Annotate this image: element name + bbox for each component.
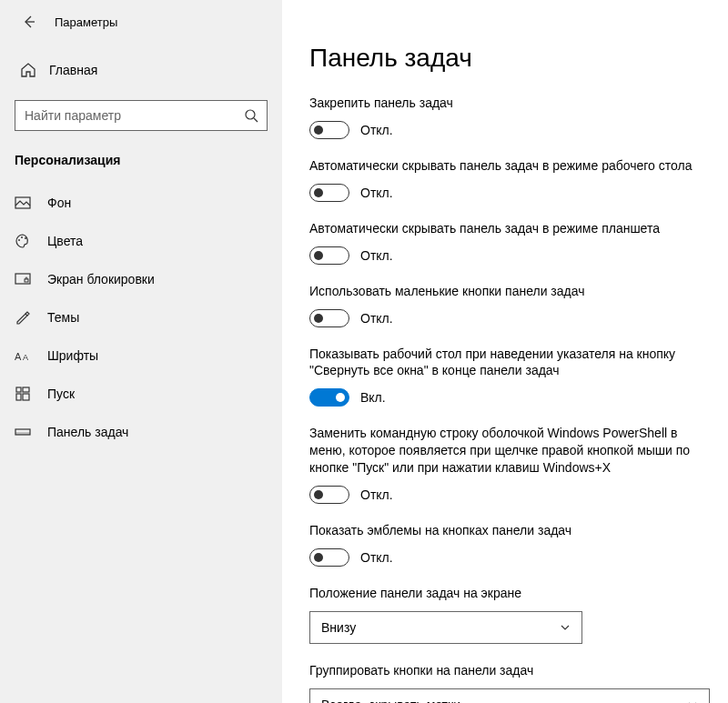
picture-icon bbox=[15, 195, 31, 211]
toggle-switch[interactable] bbox=[309, 548, 349, 567]
toggle-state-label: Откл. bbox=[360, 123, 393, 137]
sidebar-item-themes[interactable]: Темы bbox=[0, 298, 282, 336]
back-arrow-icon bbox=[22, 15, 36, 29]
toggle-row: Откл. bbox=[309, 548, 710, 567]
dropdown-value: Внизу bbox=[321, 620, 356, 635]
setting-label: Показывать рабочий стол при наведении ук… bbox=[309, 346, 710, 380]
grouping-dropdown[interactable]: Всегда, скрывать метки bbox=[309, 688, 710, 703]
setting-label: Положение панели задач на экране bbox=[309, 585, 710, 602]
search-icon bbox=[244, 108, 258, 123]
svg-rect-12 bbox=[23, 394, 29, 400]
svg-point-0 bbox=[246, 110, 255, 119]
toggle-row: Откл. bbox=[309, 121, 710, 139]
sidebar-item-lockscreen[interactable]: Экран блокировки bbox=[0, 260, 282, 298]
setting-position: Положение панели задач на экране Внизу bbox=[309, 585, 710, 644]
setting-label: Показать эмблемы на кнопках панели задач bbox=[309, 522, 710, 539]
search-input[interactable] bbox=[15, 100, 268, 131]
toggle-state-label: Откл. bbox=[360, 550, 393, 565]
toggle-knob bbox=[314, 490, 323, 499]
toggle-row: Вкл. bbox=[309, 388, 710, 407]
toggle-switch[interactable] bbox=[309, 184, 349, 202]
svg-point-4 bbox=[25, 237, 26, 239]
toggle-row: Откл. bbox=[309, 309, 710, 327]
back-button[interactable] bbox=[20, 13, 38, 31]
toggle-row: Откл. bbox=[309, 246, 710, 265]
themes-icon bbox=[15, 309, 31, 326]
setting-label: Использовать маленькие кнопки панели зад… bbox=[309, 283, 710, 300]
toggle-state-label: Откл. bbox=[360, 311, 393, 326]
toggle-knob bbox=[314, 126, 323, 135]
setting-toggle: Автоматически скрывать панель задач в ре… bbox=[309, 220, 710, 265]
chevron-down-icon bbox=[687, 699, 698, 703]
sidebar-item-fonts[interactable]: AA Шрифты bbox=[0, 336, 282, 375]
toggle-knob bbox=[314, 188, 323, 197]
svg-text:A: A bbox=[23, 353, 28, 362]
setting-toggle: Закрепить панель задачОткл. bbox=[309, 95, 710, 139]
search-container bbox=[15, 100, 268, 131]
chevron-down-icon bbox=[560, 622, 571, 633]
toggle-state-label: Откл. bbox=[360, 248, 393, 263]
svg-rect-10 bbox=[23, 387, 29, 392]
sidebar-item-label: Шрифты bbox=[47, 348, 98, 363]
home-icon bbox=[20, 62, 36, 78]
toggle-knob bbox=[314, 251, 323, 260]
toggle-state-label: Откл. bbox=[360, 487, 393, 502]
toggle-row: Откл. bbox=[309, 486, 710, 504]
setting-label: Группировать кнопки на панели задач bbox=[309, 662, 710, 679]
toggle-knob bbox=[314, 553, 323, 562]
svg-point-2 bbox=[18, 239, 20, 241]
sidebar-item-start[interactable]: Пуск bbox=[0, 375, 282, 413]
toggle-switch[interactable] bbox=[309, 246, 349, 265]
sidebar-item-label: Пуск bbox=[47, 387, 75, 401]
setting-label: Автоматически скрывать панель задач в ре… bbox=[309, 220, 710, 237]
setting-label: Автоматически скрывать панель задач в ре… bbox=[309, 157, 710, 175]
toggle-switch[interactable] bbox=[309, 309, 349, 327]
svg-rect-11 bbox=[16, 394, 21, 400]
sidebar-item-label: Цвета bbox=[47, 234, 83, 248]
svg-rect-9 bbox=[16, 387, 21, 392]
toggle-knob bbox=[336, 393, 345, 402]
home-nav[interactable]: Главная bbox=[0, 53, 282, 87]
toggle-switch[interactable] bbox=[309, 486, 349, 504]
toggle-knob bbox=[314, 314, 323, 323]
fonts-icon: AA bbox=[15, 347, 31, 364]
setting-toggle: Показать эмблемы на кнопках панели задач… bbox=[309, 522, 710, 567]
toggle-switch[interactable] bbox=[309, 121, 349, 139]
sidebar-item-label: Экран блокировки bbox=[47, 272, 155, 286]
sidebar-item-label: Фон bbox=[47, 196, 71, 210]
toggle-row: Откл. bbox=[309, 184, 710, 202]
svg-rect-14 bbox=[15, 432, 30, 435]
section-title: Персонализация bbox=[0, 153, 282, 184]
setting-toggle: Заменить командную строку оболочкой Wind… bbox=[309, 425, 710, 504]
svg-rect-6 bbox=[25, 279, 28, 282]
toggle-state-label: Откл. bbox=[360, 186, 393, 200]
svg-point-3 bbox=[21, 236, 23, 238]
setting-label: Заменить командную строку оболочкой Wind… bbox=[309, 425, 710, 477]
lockscreen-icon bbox=[15, 271, 31, 287]
sidebar-item-taskbar[interactable]: Панель задач bbox=[0, 413, 282, 451]
sidebar-item-label: Темы bbox=[47, 310, 79, 325]
sidebar-item-label: Панель задач bbox=[47, 425, 128, 439]
window-title: Параметры bbox=[55, 15, 117, 29]
palette-icon bbox=[15, 233, 31, 249]
header: Параметры bbox=[0, 13, 282, 53]
dropdown-value: Всегда, скрывать метки bbox=[321, 698, 460, 703]
toggle-switch[interactable] bbox=[309, 388, 349, 407]
position-dropdown[interactable]: Внизу bbox=[309, 611, 582, 644]
content-area: Панель задач Закрепить панель задачОткл.… bbox=[282, 0, 728, 703]
setting-toggle: Показывать рабочий стол при наведении ук… bbox=[309, 346, 710, 407]
sidebar-item-colors[interactable]: Цвета bbox=[0, 222, 282, 260]
setting-label: Закрепить панель задач bbox=[309, 95, 710, 112]
sidebar: Параметры Главная Персонализация Фон bbox=[0, 0, 282, 703]
setting-grouping: Группировать кнопки на панели задач Всег… bbox=[309, 662, 710, 703]
home-label: Главная bbox=[49, 63, 97, 77]
taskbar-icon bbox=[15, 424, 31, 440]
start-icon bbox=[15, 386, 31, 402]
toggle-state-label: Вкл. bbox=[360, 390, 386, 405]
svg-text:A: A bbox=[15, 351, 22, 362]
setting-toggle: Использовать маленькие кнопки панели зад… bbox=[309, 283, 710, 327]
setting-toggle: Автоматически скрывать панель задач в ре… bbox=[309, 157, 710, 202]
sidebar-item-background[interactable]: Фон bbox=[0, 184, 282, 222]
page-title: Панель задач bbox=[309, 44, 728, 73]
